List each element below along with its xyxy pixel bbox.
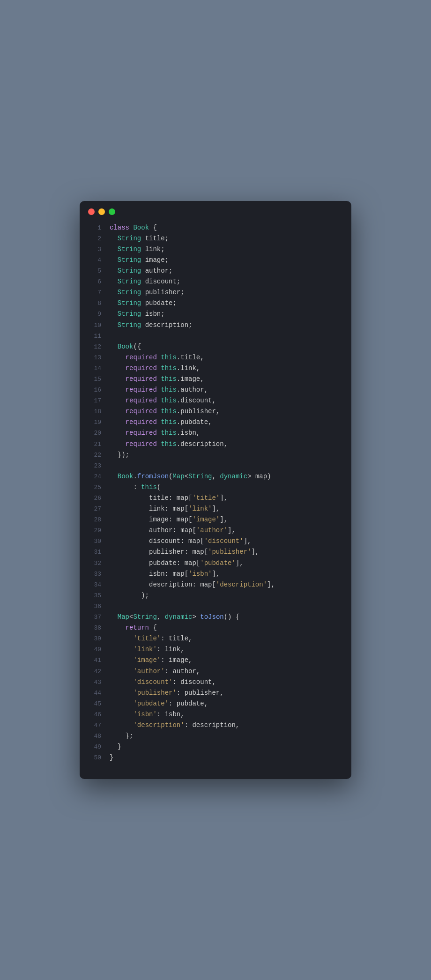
code-line: 36 bbox=[80, 601, 351, 612]
maximize-button[interactable] bbox=[109, 208, 115, 215]
code-line: 31 publisher: map['publisher'], bbox=[80, 547, 351, 557]
code-line: 17 required this.discount, bbox=[80, 395, 351, 406]
code-line: 24 Book.fromJson(Map<String, dynamic> ma… bbox=[80, 471, 351, 482]
titlebar bbox=[80, 201, 351, 221]
code-line: 16 required this.author, bbox=[80, 385, 351, 395]
code-line: 33 isbn: map['isbn'], bbox=[80, 569, 351, 579]
code-line: 2 String title; bbox=[80, 233, 351, 244]
code-line: 37 Map<String, dynamic> toJson() { bbox=[80, 612, 351, 623]
code-line: 49 } bbox=[80, 742, 351, 752]
code-line: 1 class Book { bbox=[80, 223, 351, 233]
code-line: 8 String pubdate; bbox=[80, 298, 351, 309]
code-line: 34 description: map['description'], bbox=[80, 579, 351, 590]
code-line: 14 required this.link, bbox=[80, 363, 351, 374]
code-window: 1 class Book { 2 String title; 3 String … bbox=[80, 201, 351, 780]
code-line: 7 String publisher; bbox=[80, 287, 351, 298]
code-line: 42 'author': author, bbox=[80, 666, 351, 677]
code-line: 40 'link': link, bbox=[80, 644, 351, 655]
code-line: 10 String description; bbox=[80, 320, 351, 331]
code-line: 21 required this.description, bbox=[80, 439, 351, 450]
code-line: 4 String image; bbox=[80, 255, 351, 266]
code-line: 11 bbox=[80, 331, 351, 342]
code-line: 44 'publisher': publisher, bbox=[80, 688, 351, 698]
code-line: 29 author: map['author'], bbox=[80, 525, 351, 536]
code-line: 35 ); bbox=[80, 590, 351, 601]
code-editor: 1 class Book { 2 String title; 3 String … bbox=[80, 221, 351, 765]
code-line: 18 required this.publisher, bbox=[80, 406, 351, 417]
code-line: 9 String isbn; bbox=[80, 309, 351, 319]
code-line: 27 link: map['link'], bbox=[80, 504, 351, 514]
code-line: 43 'discount': discount, bbox=[80, 677, 351, 688]
code-line: 15 required this.image, bbox=[80, 374, 351, 385]
code-line: 6 String discount; bbox=[80, 276, 351, 287]
code-line: 19 required this.pubdate, bbox=[80, 417, 351, 428]
code-line: 30 discount: map['discount'], bbox=[80, 536, 351, 547]
code-line: 28 image: map['image'], bbox=[80, 514, 351, 525]
code-line: 23 bbox=[80, 460, 351, 471]
code-line: 26 title: map['title'], bbox=[80, 493, 351, 504]
minimize-button[interactable] bbox=[98, 208, 105, 215]
code-line: 13 required this.title, bbox=[80, 352, 351, 363]
close-button[interactable] bbox=[88, 208, 95, 215]
code-line: 3 String link; bbox=[80, 244, 351, 255]
code-line: 12 Book({ bbox=[80, 342, 351, 352]
code-line: 41 'image': image, bbox=[80, 655, 351, 666]
code-line: 50 } bbox=[80, 752, 351, 763]
code-line: 22 }); bbox=[80, 450, 351, 460]
code-line: 39 'title': title, bbox=[80, 633, 351, 644]
code-line: 48 }; bbox=[80, 731, 351, 742]
code-line: 5 String author; bbox=[80, 266, 351, 276]
code-line: 20 required this.isbn, bbox=[80, 428, 351, 438]
code-line: 25 : this( bbox=[80, 482, 351, 493]
code-line: 46 'isbn': isbn, bbox=[80, 709, 351, 720]
code-line: 47 'description': description, bbox=[80, 720, 351, 731]
code-line: 38 return { bbox=[80, 623, 351, 633]
code-line: 32 pubdate: map['pubdate'], bbox=[80, 558, 351, 569]
code-line: 45 'pubdate': pubdate, bbox=[80, 698, 351, 709]
